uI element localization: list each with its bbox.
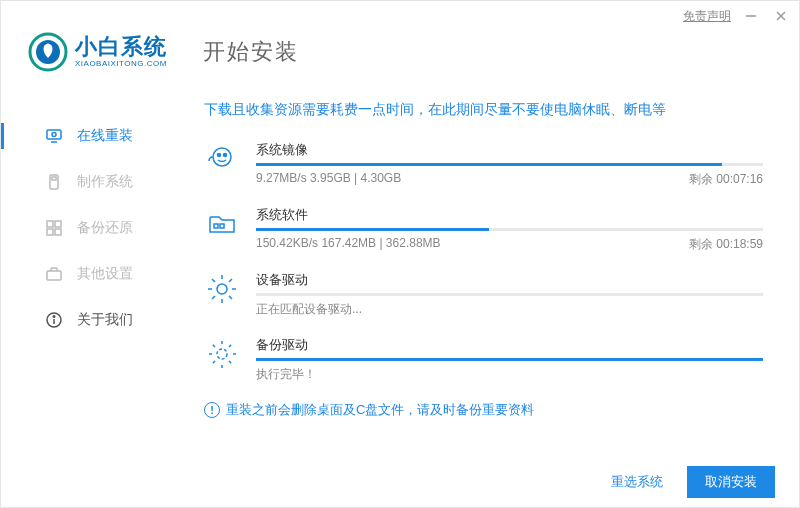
task-title: 系统软件 (256, 206, 763, 224)
sidebar-item-settings[interactable]: 其他设置 (1, 251, 176, 297)
usb-icon (45, 173, 63, 191)
logo: 小白系统 XIAOBAIXITONG.COM (27, 31, 167, 73)
logo-icon (27, 31, 69, 73)
task-meta-right: 剩余 00:07:16 (689, 171, 763, 188)
sidebar-item-label: 制作系统 (77, 173, 133, 191)
info-icon (45, 311, 63, 329)
task-device-driver: 设备驱动 正在匹配设备驱动... (204, 271, 763, 318)
progress-bar (256, 228, 763, 231)
svg-rect-14 (47, 271, 61, 280)
reselect-button[interactable]: 重选系统 (601, 467, 673, 497)
task-meta-left: 执行完毕！ (256, 366, 316, 383)
main-content: 下载且收集资源需要耗费一点时间，在此期间尽量不要使电脑休眠、断电等 系统镜像 9… (176, 83, 799, 469)
svg-rect-21 (214, 224, 218, 228)
brand-name: 小白系统 (75, 36, 167, 58)
svg-rect-11 (55, 221, 61, 227)
install-hint: 下载且收集资源需要耗费一点时间，在此期间尽量不要使电脑休眠、断电等 (204, 101, 763, 119)
progress-bar (256, 358, 763, 361)
svg-rect-22 (220, 224, 224, 228)
task-meta-left: 150.42KB/s 167.42MB | 362.88MB (256, 236, 441, 253)
image-icon (204, 141, 240, 177)
progress-bar (256, 163, 763, 166)
sidebar: 在线重装 制作系统 备份还原 其他设置 关于我们 (1, 83, 176, 469)
svg-point-19 (218, 154, 221, 157)
svg-point-17 (53, 316, 55, 318)
task-title: 系统镜像 (256, 141, 763, 159)
task-title: 备份驱动 (256, 336, 763, 354)
gear-dashed-icon (204, 336, 240, 372)
task-backup-driver: 备份驱动 执行完毕！ (204, 336, 763, 383)
task-meta-left: 9.27MB/s 3.95GB | 4.30GB (256, 171, 401, 188)
sidebar-item-backup[interactable]: 备份还原 (1, 205, 176, 251)
page-title: 开始安装 (203, 37, 299, 67)
svg-point-24 (217, 349, 227, 359)
warning-text: 重装之前会删除桌面及C盘文件，请及时备份重要资料 (226, 401, 534, 419)
svg-point-7 (52, 133, 56, 137)
task-system-software: 系统软件 150.42KB/s 167.42MB | 362.88MB剩余 00… (204, 206, 763, 253)
warning-icon: ! (204, 402, 220, 418)
svg-rect-12 (47, 229, 53, 235)
close-button[interactable] (771, 6, 791, 26)
svg-point-18 (213, 148, 231, 166)
briefcase-icon (45, 265, 63, 283)
minimize-button[interactable] (741, 6, 761, 26)
warning-notice: ! 重装之前会删除桌面及C盘文件，请及时备份重要资料 (204, 401, 763, 419)
disclaimer-link[interactable]: 免责声明 (683, 8, 731, 25)
progress-fill (256, 228, 489, 231)
grid-icon (45, 219, 63, 237)
progress-fill (256, 163, 722, 166)
task-title: 设备驱动 (256, 271, 763, 289)
svg-point-23 (217, 284, 227, 294)
svg-rect-5 (47, 130, 61, 139)
sidebar-item-reinstall[interactable]: 在线重装 (1, 113, 176, 159)
sidebar-item-label: 其他设置 (77, 265, 133, 283)
progress-bar (256, 293, 763, 296)
svg-rect-10 (47, 221, 53, 227)
task-system-image: 系统镜像 9.27MB/s 3.95GB | 4.30GB剩余 00:07:16 (204, 141, 763, 188)
sidebar-item-label: 备份还原 (77, 219, 133, 237)
gear-icon (204, 271, 240, 307)
svg-point-20 (224, 154, 227, 157)
cancel-install-button[interactable]: 取消安装 (687, 466, 775, 498)
sidebar-item-label: 在线重装 (77, 127, 133, 145)
task-meta-left: 正在匹配设备驱动... (256, 301, 362, 318)
folder-icon (204, 206, 240, 242)
svg-rect-9 (52, 177, 56, 180)
monitor-icon (45, 127, 63, 145)
sidebar-item-label: 关于我们 (77, 311, 133, 329)
progress-fill (256, 358, 763, 361)
task-meta-right: 剩余 00:18:59 (689, 236, 763, 253)
sidebar-item-about[interactable]: 关于我们 (1, 297, 176, 343)
brand-url: XIAOBAIXITONG.COM (75, 60, 167, 68)
svg-rect-13 (55, 229, 61, 235)
sidebar-item-create[interactable]: 制作系统 (1, 159, 176, 205)
